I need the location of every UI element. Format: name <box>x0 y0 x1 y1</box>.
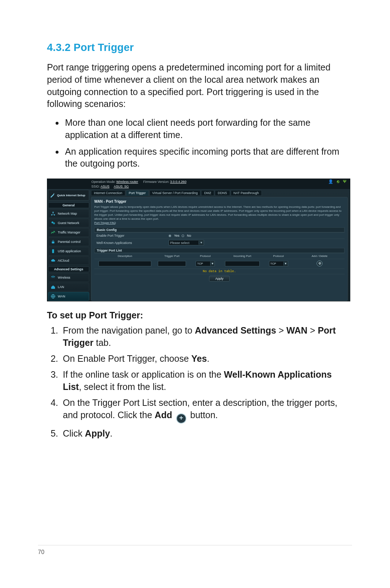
port-trigger-faq-link[interactable]: Port Trigger FAQ <box>94 221 344 224</box>
col-add-delete: Add / Delete <box>295 254 344 258</box>
scenario-list: More than one local client needs port fo… <box>47 117 352 170</box>
radio-no[interactable] <box>182 235 184 237</box>
section-number: 4.3.2 <box>47 42 71 53</box>
footer-rule <box>38 545 352 545</box>
tab-virtual-server[interactable]: Virtual Server / Port Forwarding <box>150 190 201 196</box>
router-ssidline: SSID: ASUS ASUS_5G <box>47 184 350 189</box>
radio-yes-label: Yes <box>174 234 179 237</box>
tab-ddns[interactable]: DDNS <box>215 190 230 196</box>
add-icon: + <box>176 413 186 424</box>
sidebar-item-lan[interactable]: LAN <box>48 283 89 291</box>
apply-button[interactable]: Apply <box>209 276 230 282</box>
protocol-value: TCP <box>197 262 203 265</box>
step-4-text-post: button. <box>190 410 218 420</box>
sidebar-item-wan[interactable]: WAN <box>48 292 89 301</box>
globe-icon <box>51 294 56 299</box>
add-row-button[interactable]: ⊕ <box>317 261 322 266</box>
step-1-bold-advanced: Advanced Settings <box>195 325 276 335</box>
sidebar-item-aicloud[interactable]: AiCloud <box>48 256 89 265</box>
step-5-bold-apply: Apply <box>85 428 110 438</box>
usb-icon <box>51 249 56 254</box>
step-5-text-pre: Click <box>63 428 85 438</box>
opmode-value[interactable]: Wireless router <box>116 180 138 184</box>
network-map-icon <box>51 211 56 216</box>
step-2-text-pre: On Enable Port Trigger, choose <box>63 353 191 364</box>
sidebar-item-label: AiCloud <box>58 259 69 262</box>
sidebar-item-traffic-manager[interactable]: Traffic Manager <box>48 228 89 237</box>
panel-description: Port Trigger allows you to temporarily o… <box>94 205 344 221</box>
step-1: From the navigation panel, go to Advance… <box>61 324 352 349</box>
protocol-2-select[interactable]: TCP ▼ <box>269 261 288 266</box>
wifi-icon <box>51 275 56 280</box>
tab-internet-connection[interactable]: Internet Connection <box>91 190 125 196</box>
description-input[interactable] <box>99 261 152 266</box>
sidebar-item-guest-network[interactable]: Guest Network <box>48 219 89 227</box>
incoming-port-input[interactable] <box>225 261 260 266</box>
topbar-status-icons: 👤 ⎋ Ψ <box>328 179 346 184</box>
wellknown-apps-select[interactable]: Please select ▼ <box>169 240 204 245</box>
gt1: > <box>276 325 287 335</box>
wellknown-apps-row: Well-Known Applications Please select ▼ <box>94 239 344 246</box>
basic-config-heading: Basic Config <box>94 227 344 232</box>
traffic-manager-icon <box>51 230 56 235</box>
sidebar-item-usb-application[interactable]: USB application <box>48 247 89 256</box>
logout-icon[interactable]: ⎋ <box>337 179 339 184</box>
sidebar-item-label: Traffic Manager <box>58 231 81 234</box>
quick-internet-setup[interactable]: Quick Internet Setup <box>48 190 89 201</box>
setup-heading: To set up Port Trigger: <box>47 310 352 321</box>
step-1-text-post: tab. <box>94 338 111 348</box>
trigger-port-input[interactable] <box>158 261 186 266</box>
intro-paragraph: Port range triggering opens a predetermi… <box>47 61 352 110</box>
sidebar-item-network-map[interactable]: Network Map <box>48 209 89 218</box>
tab-nat-passthrough[interactable]: NAT Passthrough <box>231 190 262 196</box>
trigger-port-list-heading: Trigger Port List <box>94 248 344 253</box>
document-page: 4.3.2 Port Trigger Port range triggering… <box>0 0 390 588</box>
ssid-value[interactable]: ASUS <box>101 185 110 188</box>
svg-point-2 <box>51 214 53 216</box>
router-tabs: Internet Connection Port Trigger Virtual… <box>91 190 348 196</box>
trigger-port-table-row: TCP ▼ TCP ▼ ⊕ <box>94 259 344 269</box>
protocol-select[interactable]: TCP ▼ <box>196 261 215 266</box>
tab-port-trigger[interactable]: Port Trigger <box>126 190 149 196</box>
tab-dmz[interactable]: DMZ <box>201 190 214 196</box>
chevron-down-icon: ▼ <box>199 241 204 245</box>
section-title-text: Port Trigger <box>74 42 134 53</box>
router-topbar: Operation Mode: Wireless router Firmware… <box>47 179 350 184</box>
ssid-label: SSID: <box>91 185 100 188</box>
svg-point-3 <box>54 214 55 216</box>
step-2-bold-yes: Yes <box>191 353 207 364</box>
step-3-text-pre: If the online task or application is on … <box>63 369 224 379</box>
panel-title: WAN - Port Trigger <box>94 199 344 203</box>
step-4-bold-add: Add <box>155 410 172 420</box>
sidebar-item-label: Network Map <box>58 212 77 215</box>
usb-icon[interactable]: Ψ <box>343 179 346 184</box>
radio-yes[interactable] <box>169 235 171 237</box>
sidebar-item-wireless[interactable]: Wireless <box>48 273 89 282</box>
router-screenshot: Operation Mode: Wireless router Firmware… <box>47 179 350 301</box>
scenario-item: An application requires specific incomin… <box>64 146 352 170</box>
col-incoming-port: Incoming Port <box>222 254 262 258</box>
wan-port-trigger-panel: WAN - Port Trigger Port Trigger allows y… <box>91 197 348 301</box>
col-description: Description <box>94 254 156 258</box>
user-icon[interactable]: 👤 <box>328 179 333 184</box>
sidebar-item-parental-control[interactable]: Parental control <box>48 237 89 246</box>
ssid-value-5g[interactable]: ASUS_5G <box>114 185 129 188</box>
col-trigger-port: Trigger Port <box>156 254 188 258</box>
svg-point-1 <box>52 212 54 213</box>
router-sidebar: Quick Internet Setup General Network Map… <box>47 189 90 301</box>
router-content: Internet Connection Port Trigger Virtual… <box>90 189 350 301</box>
step-1-bold-wan: WAN <box>286 325 307 335</box>
sidebar-heading-general: General <box>48 202 89 208</box>
qis-label: Quick Internet Setup <box>57 194 85 197</box>
scenario-item: More than one local client needs port fo… <box>64 117 352 141</box>
svg-point-5 <box>53 222 55 224</box>
step-5-text-post: . <box>110 428 113 438</box>
chevron-down-icon: ▼ <box>283 262 288 266</box>
step-4: On the Trigger Port List section, enter … <box>61 396 352 424</box>
firmware-value[interactable]: 3.0.0.4.260 <box>170 180 186 184</box>
step-1-text-pre: From the navigation panel, go to <box>63 325 195 335</box>
step-2-text-post: . <box>207 353 209 364</box>
step-3: If the online task or application is on … <box>61 368 352 393</box>
step-5: Click Apply. <box>61 427 352 439</box>
chevron-down-icon: ▼ <box>210 262 214 266</box>
